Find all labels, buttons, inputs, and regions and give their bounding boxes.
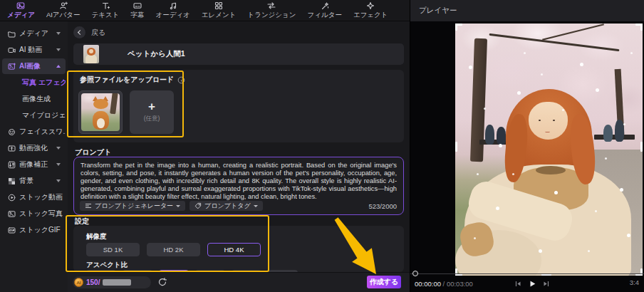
refresh-credits-button[interactable] (157, 277, 167, 287)
tab-media[interactable]: メディア (1, 0, 41, 21)
prompt-toolbar: プロンプトジェネレーター プロンプトタグ 523/2000 (80, 201, 397, 211)
main-panel: 戻る ペットから人間1 参照ファイルをアップロード + (任意) (68, 21, 410, 272)
tree-trunk-shape (110, 93, 118, 114)
chevron-down-icon (176, 205, 180, 207)
prompt-tags-button[interactable]: プロンプトタグ (189, 201, 262, 211)
sidebar-item-label: メディア (19, 28, 48, 38)
sidebar-item-ai-video[interactable]: AI 動画 (2, 42, 66, 58)
chevron-down-icon (56, 48, 61, 51)
eye-shape (539, 120, 541, 121)
back-label: 戻る (91, 28, 105, 38)
tab-effects[interactable]: エフェクト (348, 0, 394, 21)
chevron-down-icon (56, 147, 61, 150)
resolution-sd1k-button[interactable]: SD 1K (86, 243, 140, 256)
tab-audio[interactable]: オーディオ (150, 0, 195, 21)
previous-frame-button[interactable] (514, 280, 522, 288)
left-sidebar: メディア AI 動画 AI画像 写真 エフェクト 画像生成 マイプロジェ... … (0, 21, 68, 292)
create-button[interactable]: 作成する (367, 276, 401, 288)
tab-label: フィルター (308, 11, 342, 20)
selection-handle[interactable] (455, 268, 457, 276)
settings-section-title: 設定 (75, 217, 89, 226)
add-reference-button[interactable]: + (任意) (130, 90, 174, 134)
chevron-up-icon (56, 65, 61, 68)
effect-title: ペットから人間1 (128, 49, 185, 59)
sidebar-item-ai-image[interactable]: AI画像 (2, 58, 66, 74)
stock-gif-icon (8, 226, 16, 234)
ai-image-icon (8, 63, 16, 71)
prompt-generator-button[interactable]: プロンプトジェネレーター (80, 201, 185, 211)
play-icon (529, 280, 536, 288)
resolution-label: 解像度 (86, 232, 107, 241)
prompt-tags-label: プロンプトタグ (204, 202, 250, 211)
next-frame-button[interactable] (543, 280, 551, 288)
back-button[interactable] (73, 26, 85, 38)
tab-label: AIアバター (46, 11, 80, 20)
thumb-face-shape (89, 49, 93, 53)
video-enhance-icon (8, 145, 16, 152)
sidebar-item-my-projects[interactable]: マイプロジェ... (2, 108, 66, 123)
sidebar-item-image-generation[interactable]: 画像生成 (2, 91, 66, 107)
upload-header: 参照ファイルをアップロード (80, 75, 185, 85)
upload-title: 参照ファイルをアップロード (80, 75, 174, 85)
tab-label: エレメント (202, 11, 237, 20)
info-icon[interactable] (177, 76, 185, 84)
branch-shape (542, 24, 604, 40)
sidebar-item-label: ストックGIF (19, 225, 61, 235)
tab-elements[interactable]: エレメント (196, 0, 242, 21)
playhead[interactable] (412, 271, 418, 276)
tab-label: エフェクト (353, 11, 388, 20)
sidebar-item-label: 動画強化 (19, 143, 48, 153)
transitions-icon (267, 1, 276, 10)
time-display: 00:00:00 / 00:03:00 (415, 280, 473, 288)
prompt-textarea[interactable]: Transform the pet in the image into a hu… (73, 157, 404, 215)
sidebar-item-video-enhance[interactable]: 動画強化 (2, 140, 66, 156)
mouth-shape (545, 130, 550, 132)
video-preview[interactable] (455, 24, 643, 276)
sidebar-item-label: ストック動画 (19, 192, 63, 202)
selection-handle[interactable] (455, 142, 457, 152)
sidebar-item-background[interactable]: 背景 (2, 173, 66, 189)
effect-thumbnail (83, 45, 99, 63)
sidebar-item-photo-effects[interactable]: 写真 エフェクト (2, 75, 66, 90)
sidebar-item-media[interactable]: メディア (2, 26, 66, 41)
audio-icon (169, 1, 177, 10)
sidebar-item-stock-gif[interactable]: ストックGIF (2, 222, 66, 238)
tab-ai-avatar[interactable]: AIアバター (41, 0, 86, 21)
main-footer: AI 150/ 作成する (68, 272, 410, 292)
timeline-scrubber[interactable] (410, 273, 644, 274)
sidebar-item-label: 画像生成 (22, 94, 51, 104)
selection-handle[interactable] (640, 24, 643, 31)
ai-credits-pill[interactable]: AI 150/ (73, 276, 151, 288)
total-duration: / 00:03:00 (441, 280, 473, 288)
credits-used: 150/ (86, 278, 100, 286)
selection-handle[interactable] (640, 268, 643, 276)
tab-transitions[interactable]: トランジション (242, 0, 301, 21)
background-person-shape (603, 125, 613, 142)
selection-handle[interactable] (640, 142, 643, 152)
plus-icon: + (148, 102, 155, 112)
eye-shape (553, 120, 555, 121)
sidebar-item-stock-photo[interactable]: ストック写真 (2, 206, 66, 221)
tab-text[interactable]: テキスト (86, 0, 125, 21)
image-correction-icon (8, 161, 16, 169)
sidebar-item-face-swap[interactable]: フェイススワ... (2, 124, 66, 140)
tab-filters[interactable]: フィルター (302, 0, 348, 21)
tab-subtitles[interactable]: 字幕 (125, 0, 150, 21)
media-icon (16, 1, 25, 10)
dog-chest-shape (97, 118, 105, 128)
recent-effect-card[interactable]: ペットから人間1 (73, 43, 404, 65)
sidebar-item-stock-video[interactable]: ストック動画 (2, 189, 66, 205)
prompt-generator-icon (85, 202, 92, 209)
background-person-shape (497, 127, 506, 145)
resolution-hd4k-button[interactable]: HD 4K (207, 243, 261, 256)
subtitles-icon (133, 1, 142, 10)
play-button[interactable] (529, 280, 536, 288)
selection-handle[interactable] (455, 24, 457, 31)
resolution-hd2k-button[interactable]: HD 2K (147, 243, 200, 256)
text-icon (101, 1, 110, 10)
reference-image-tile[interactable] (78, 90, 123, 134)
chevron-down-icon (254, 205, 258, 207)
woman-face-shape (529, 102, 568, 140)
sidebar-item-image-correction[interactable]: 画像補正 (2, 157, 66, 172)
prompt-section-title: プロンプト (75, 147, 111, 157)
